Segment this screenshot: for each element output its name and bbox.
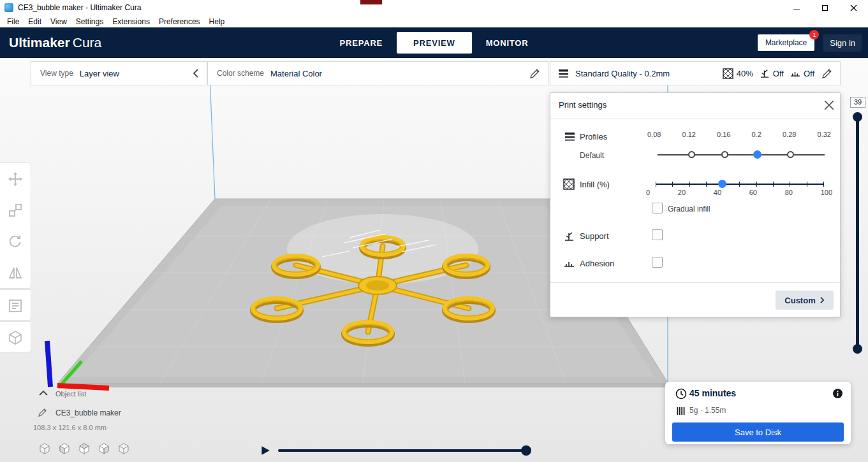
layer-slider-lower-handle[interactable] bbox=[853, 344, 862, 354]
move-tool-button[interactable] bbox=[0, 163, 30, 194]
marketplace-button[interactable]: Marketplace 1 bbox=[758, 34, 814, 51]
close-button[interactable] bbox=[839, 0, 868, 15]
menu-extensions[interactable]: Extensions bbox=[108, 16, 154, 27]
edit-settings-pencil-icon[interactable] bbox=[822, 68, 832, 78]
rotate-tool-button[interactable] bbox=[0, 226, 30, 257]
profile-slider-track[interactable] bbox=[658, 154, 825, 155]
summary-infill: 40% bbox=[723, 68, 753, 79]
simulation-slider-handle[interactable] bbox=[521, 445, 531, 456]
rename-pencil-icon[interactable] bbox=[38, 408, 47, 417]
profile-layers-icon bbox=[558, 68, 569, 79]
stage-tabs: PREPARE PREVIEW MONITOR bbox=[326, 27, 543, 58]
marketplace-badge: 1 bbox=[809, 30, 819, 40]
profile-option[interactable]: 0.28 bbox=[783, 131, 796, 138]
info-icon[interactable] bbox=[832, 388, 843, 399]
color-scheme-card[interactable]: Color scheme Material Color bbox=[207, 61, 548, 85]
summary-profile: Standard Quality - 0.2mm bbox=[575, 69, 670, 78]
app-icon bbox=[4, 3, 13, 12]
menu-edit[interactable]: Edit bbox=[24, 16, 46, 27]
per-model-settings-button[interactable] bbox=[0, 290, 30, 321]
menu-preferences[interactable]: Preferences bbox=[154, 16, 205, 27]
maximize-icon bbox=[822, 5, 828, 11]
layer-number-field[interactable]: 39 bbox=[850, 97, 865, 108]
menu-file[interactable]: File bbox=[3, 16, 24, 27]
menu-settings[interactable]: Settings bbox=[71, 16, 108, 27]
profiles-label: Profiles bbox=[580, 132, 607, 141]
main-header: UltimakerCura PREPARE PREVIEW MONITOR Ma… bbox=[0, 27, 868, 58]
minimize-icon bbox=[793, 10, 800, 10]
tab-preview[interactable]: PREVIEW bbox=[397, 32, 472, 54]
support-checkbox[interactable] bbox=[652, 229, 663, 240]
adhesion-label: Adhesion bbox=[580, 259, 614, 268]
menu-help[interactable]: Help bbox=[205, 16, 230, 27]
profile-option[interactable]: 0.08 bbox=[647, 131, 661, 138]
scale-tool-button[interactable] bbox=[0, 194, 30, 226]
layer-slider-upper-handle[interactable] bbox=[853, 112, 862, 122]
play-button[interactable] bbox=[260, 445, 271, 456]
panel-close-icon[interactable] bbox=[823, 99, 835, 111]
move-icon bbox=[8, 171, 23, 187]
infill-label: Infill (%) bbox=[580, 180, 610, 189]
custom-settings-button[interactable]: Custom bbox=[776, 291, 834, 310]
object-dimensions: 108.3 x 121.6 x 8.0 mm bbox=[33, 424, 107, 431]
close-icon bbox=[850, 4, 857, 11]
material-usage: 5g · 1.55m bbox=[689, 406, 726, 415]
app-logo: UltimakerCura bbox=[9, 35, 101, 50]
output-panel: 45 minutes 5g · 1.55m Save to Disk bbox=[665, 382, 851, 444]
camera-view-front-button[interactable] bbox=[58, 442, 71, 455]
application-window: CE3_bubble maker - Ultimaker Cura File E… bbox=[0, 0, 868, 462]
save-to-disk-button[interactable]: Save to Disk bbox=[672, 422, 844, 442]
profile-slider-stop-012[interactable] bbox=[688, 151, 695, 158]
infill-icon bbox=[563, 178, 575, 190]
adhesion-checkbox[interactable] bbox=[652, 257, 663, 268]
object-list-collapse-chevron-icon[interactable] bbox=[39, 390, 48, 396]
mirror-icon bbox=[8, 265, 23, 280]
tab-prepare[interactable]: PREPARE bbox=[326, 32, 397, 54]
camera-view-top-button[interactable] bbox=[78, 442, 91, 455]
camera-view-3d-button[interactable] bbox=[38, 442, 51, 455]
gradual-infill-checkbox[interactable] bbox=[652, 203, 663, 213]
profile-option[interactable]: 0.12 bbox=[682, 131, 696, 138]
divider bbox=[550, 282, 840, 283]
simulation-slider-track[interactable] bbox=[278, 449, 529, 452]
collapse-left-chevron-icon[interactable] bbox=[191, 68, 200, 78]
logo-primary: Ultimaker bbox=[9, 35, 70, 50]
support-blocker-icon bbox=[8, 330, 23, 345]
support-blocker-button[interactable] bbox=[0, 322, 30, 353]
profile-options-row: 0.08 0.12 0.16 0.2 0.28 0.32 bbox=[647, 131, 831, 138]
camera-view-right-button[interactable] bbox=[117, 442, 130, 455]
profile-slider-stop-016[interactable] bbox=[721, 151, 728, 158]
print-setup-summary-bar[interactable]: Standard Quality - 0.2mm 40% Off Off bbox=[550, 61, 841, 85]
signin-button[interactable]: Sign in bbox=[823, 34, 862, 52]
object-name[interactable]: CE3_bubble maker bbox=[55, 408, 121, 417]
minimize-button[interactable] bbox=[782, 0, 811, 15]
profile-option[interactable]: 0.32 bbox=[818, 131, 831, 138]
adhesion-icon bbox=[790, 68, 800, 78]
menu-view[interactable]: View bbox=[46, 16, 71, 27]
material-spool-icon bbox=[676, 406, 686, 416]
print-settings-title: Print settings bbox=[559, 100, 607, 110]
clock-icon bbox=[675, 388, 687, 400]
profile-slider-handle[interactable] bbox=[753, 150, 761, 159]
view-type-value[interactable]: Layer view bbox=[80, 69, 119, 78]
transform-tool-group bbox=[0, 162, 31, 289]
tab-monitor[interactable]: MONITOR bbox=[472, 32, 543, 54]
layer-slider-track[interactable] bbox=[856, 115, 859, 349]
profile-option[interactable]: 0.2 bbox=[752, 131, 761, 138]
object-list-header[interactable]: Object list bbox=[55, 390, 86, 398]
mirror-tool-button[interactable] bbox=[0, 257, 30, 288]
maximize-button[interactable] bbox=[811, 0, 839, 15]
summary-adhesion: Off bbox=[790, 68, 814, 78]
default-label: Default bbox=[580, 151, 604, 160]
view-type-card[interactable]: View type Layer view bbox=[31, 61, 207, 85]
edit-pencil-icon[interactable] bbox=[530, 68, 540, 78]
camera-view-left-button[interactable] bbox=[98, 442, 110, 455]
color-scheme-value[interactable]: Material Color bbox=[270, 69, 322, 78]
infill-slider-track[interactable] bbox=[656, 184, 824, 185]
profile-slider-stop-028[interactable] bbox=[787, 151, 794, 158]
titlebar: CE3_bubble maker - Ultimaker Cura bbox=[0, 0, 868, 15]
infill-tick-labels: 0 20 40 60 80 100 bbox=[646, 189, 832, 196]
scale-icon bbox=[8, 203, 23, 218]
infill-slider-handle[interactable] bbox=[718, 180, 726, 188]
profile-option[interactable]: 0.16 bbox=[717, 131, 730, 138]
